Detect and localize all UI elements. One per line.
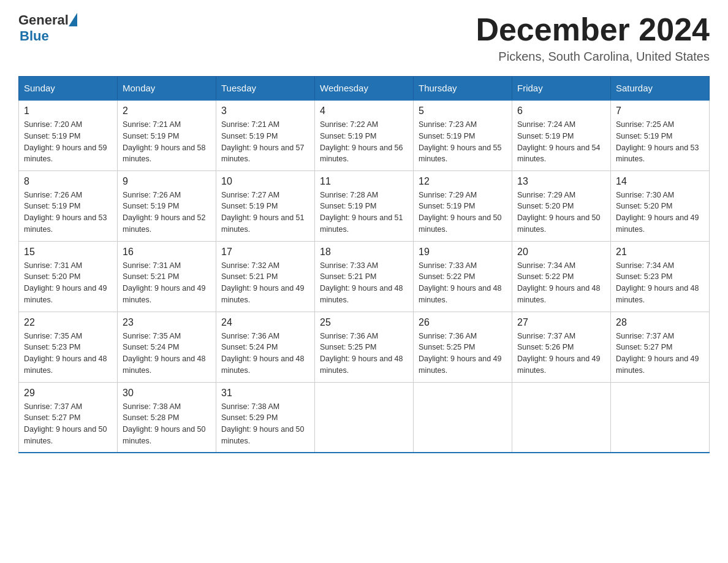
- day-number: 3: [221, 105, 309, 117]
- calendar-cell: 5 Sunrise: 7:23 AM Sunset: 5:19 PM Dayli…: [414, 100, 512, 170]
- day-info: Sunrise: 7:30 AM Sunset: 5:20 PM Dayligh…: [616, 190, 704, 236]
- day-info: Sunrise: 7:24 AM Sunset: 5:19 PM Dayligh…: [517, 119, 605, 165]
- day-info: Sunrise: 7:21 AM Sunset: 5:19 PM Dayligh…: [221, 119, 309, 165]
- calendar-cell: 31 Sunrise: 7:38 AM Sunset: 5:29 PM Dayl…: [216, 382, 315, 453]
- weekday-header-wednesday: Wednesday: [315, 77, 414, 101]
- calendar-cell: 11 Sunrise: 7:28 AM Sunset: 5:19 PM Dayl…: [315, 170, 414, 241]
- day-info: Sunrise: 7:29 AM Sunset: 5:20 PM Dayligh…: [517, 190, 605, 236]
- day-number: 19: [419, 247, 507, 258]
- day-info: Sunrise: 7:36 AM Sunset: 5:25 PM Dayligh…: [320, 331, 408, 377]
- calendar-cell: 20 Sunrise: 7:34 AM Sunset: 5:22 PM Dayl…: [512, 241, 611, 312]
- day-info: Sunrise: 7:33 AM Sunset: 5:22 PM Dayligh…: [419, 260, 507, 306]
- day-info: Sunrise: 7:20 AM Sunset: 5:19 PM Dayligh…: [24, 119, 112, 165]
- calendar-cell: 2 Sunrise: 7:21 AM Sunset: 5:19 PM Dayli…: [118, 100, 216, 170]
- calendar-cell: 23 Sunrise: 7:35 AM Sunset: 5:24 PM Dayl…: [118, 312, 216, 382]
- calendar-cell: 4 Sunrise: 7:22 AM Sunset: 5:19 PM Dayli…: [315, 100, 414, 170]
- calendar-cell: 19 Sunrise: 7:33 AM Sunset: 5:22 PM Dayl…: [414, 241, 512, 312]
- day-number: 1: [24, 105, 112, 117]
- calendar-week-row: 1 Sunrise: 7:20 AM Sunset: 5:19 PM Dayli…: [19, 100, 710, 170]
- calendar-week-row: 8 Sunrise: 7:26 AM Sunset: 5:19 PM Dayli…: [19, 170, 710, 241]
- calendar-cell: 6 Sunrise: 7:24 AM Sunset: 5:19 PM Dayli…: [512, 100, 611, 170]
- day-number: 30: [123, 388, 211, 399]
- day-number: 20: [517, 247, 605, 258]
- weekday-header-sunday: Sunday: [19, 77, 118, 101]
- day-info: Sunrise: 7:31 AM Sunset: 5:21 PM Dayligh…: [123, 260, 211, 306]
- calendar-cell: 12 Sunrise: 7:29 AM Sunset: 5:19 PM Dayl…: [414, 170, 512, 241]
- day-number: 8: [24, 176, 112, 187]
- weekday-header-monday: Monday: [118, 77, 216, 101]
- calendar-cell: 18 Sunrise: 7:33 AM Sunset: 5:21 PM Dayl…: [315, 241, 414, 312]
- calendar-cell: 10 Sunrise: 7:27 AM Sunset: 5:19 PM Dayl…: [216, 170, 315, 241]
- day-info: Sunrise: 7:34 AM Sunset: 5:23 PM Dayligh…: [616, 260, 704, 306]
- logo-triangle-icon: [69, 13, 77, 26]
- day-info: Sunrise: 7:36 AM Sunset: 5:25 PM Dayligh…: [419, 331, 507, 377]
- day-info: Sunrise: 7:21 AM Sunset: 5:19 PM Dayligh…: [123, 119, 211, 165]
- day-info: Sunrise: 7:29 AM Sunset: 5:19 PM Dayligh…: [419, 190, 507, 236]
- logo: General Blue: [18, 12, 77, 44]
- weekday-header-tuesday: Tuesday: [216, 77, 315, 101]
- day-info: Sunrise: 7:34 AM Sunset: 5:22 PM Dayligh…: [517, 260, 605, 306]
- day-number: 25: [320, 317, 408, 328]
- calendar-cell: 3 Sunrise: 7:21 AM Sunset: 5:19 PM Dayli…: [216, 100, 315, 170]
- calendar-cell: 28 Sunrise: 7:37 AM Sunset: 5:27 PM Dayl…: [611, 312, 710, 382]
- location-subtitle: Pickens, South Carolina, United States: [476, 50, 710, 64]
- day-info: Sunrise: 7:26 AM Sunset: 5:19 PM Dayligh…: [123, 190, 211, 236]
- day-info: Sunrise: 7:38 AM Sunset: 5:28 PM Dayligh…: [123, 401, 211, 447]
- day-number: 11: [320, 176, 408, 187]
- calendar-cell: 16 Sunrise: 7:31 AM Sunset: 5:21 PM Dayl…: [118, 241, 216, 312]
- calendar-week-row: 22 Sunrise: 7:35 AM Sunset: 5:23 PM Dayl…: [19, 312, 710, 382]
- calendar-cell: 29 Sunrise: 7:37 AM Sunset: 5:27 PM Dayl…: [19, 382, 118, 453]
- weekday-header-row: SundayMondayTuesdayWednesdayThursdayFrid…: [19, 77, 710, 101]
- day-info: Sunrise: 7:23 AM Sunset: 5:19 PM Dayligh…: [419, 119, 507, 165]
- calendar-cell: 21 Sunrise: 7:34 AM Sunset: 5:23 PM Dayl…: [611, 241, 710, 312]
- calendar-cell: 30 Sunrise: 7:38 AM Sunset: 5:28 PM Dayl…: [118, 382, 216, 453]
- day-number: 29: [24, 388, 112, 399]
- logo-blue-text: Blue: [20, 28, 49, 44]
- day-info: Sunrise: 7:32 AM Sunset: 5:21 PM Dayligh…: [221, 260, 309, 306]
- day-number: 9: [123, 176, 211, 187]
- calendar-cell: [315, 382, 414, 453]
- calendar-cell: 26 Sunrise: 7:36 AM Sunset: 5:25 PM Dayl…: [414, 312, 512, 382]
- day-number: 16: [123, 247, 211, 258]
- day-info: Sunrise: 7:28 AM Sunset: 5:19 PM Dayligh…: [320, 190, 408, 236]
- weekday-header-friday: Friday: [512, 77, 611, 101]
- month-title: December 2024: [476, 12, 710, 47]
- day-info: Sunrise: 7:37 AM Sunset: 5:26 PM Dayligh…: [517, 331, 605, 377]
- weekday-header-saturday: Saturday: [611, 77, 710, 101]
- weekday-header-thursday: Thursday: [414, 77, 512, 101]
- logo-general-text: General: [18, 12, 69, 28]
- day-number: 5: [419, 105, 507, 117]
- calendar-cell: 1 Sunrise: 7:20 AM Sunset: 5:19 PM Dayli…: [19, 100, 118, 170]
- calendar-cell: 22 Sunrise: 7:35 AM Sunset: 5:23 PM Dayl…: [19, 312, 118, 382]
- day-info: Sunrise: 7:37 AM Sunset: 5:27 PM Dayligh…: [24, 401, 112, 447]
- day-number: 15: [24, 247, 112, 258]
- day-number: 13: [517, 176, 605, 187]
- day-info: Sunrise: 7:35 AM Sunset: 5:24 PM Dayligh…: [123, 331, 211, 377]
- day-info: Sunrise: 7:38 AM Sunset: 5:29 PM Dayligh…: [221, 401, 309, 447]
- day-number: 31: [221, 388, 309, 399]
- calendar-cell: 27 Sunrise: 7:37 AM Sunset: 5:26 PM Dayl…: [512, 312, 611, 382]
- calendar-cell: [512, 382, 611, 453]
- calendar-cell: 25 Sunrise: 7:36 AM Sunset: 5:25 PM Dayl…: [315, 312, 414, 382]
- day-info: Sunrise: 7:37 AM Sunset: 5:27 PM Dayligh…: [616, 331, 704, 377]
- calendar-cell: 14 Sunrise: 7:30 AM Sunset: 5:20 PM Dayl…: [611, 170, 710, 241]
- day-number: 10: [221, 176, 309, 187]
- calendar-week-row: 15 Sunrise: 7:31 AM Sunset: 5:20 PM Dayl…: [19, 241, 710, 312]
- day-number: 28: [616, 317, 704, 328]
- day-info: Sunrise: 7:22 AM Sunset: 5:19 PM Dayligh…: [320, 119, 408, 165]
- day-number: 18: [320, 247, 408, 258]
- day-number: 27: [517, 317, 605, 328]
- calendar-table: SundayMondayTuesdayWednesdayThursdayFrid…: [18, 76, 710, 453]
- day-number: 22: [24, 317, 112, 328]
- day-number: 14: [616, 176, 704, 187]
- title-area: December 2024 Pickens, South Carolina, U…: [476, 12, 710, 64]
- day-number: 21: [616, 247, 704, 258]
- calendar-cell: 13 Sunrise: 7:29 AM Sunset: 5:20 PM Dayl…: [512, 170, 611, 241]
- calendar-cell: 24 Sunrise: 7:36 AM Sunset: 5:24 PM Dayl…: [216, 312, 315, 382]
- calendar-cell: [611, 382, 710, 453]
- day-number: 12: [419, 176, 507, 187]
- day-number: 4: [320, 105, 408, 117]
- calendar-week-row: 29 Sunrise: 7:37 AM Sunset: 5:27 PM Dayl…: [19, 382, 710, 453]
- day-number: 2: [123, 105, 211, 117]
- calendar-cell: 9 Sunrise: 7:26 AM Sunset: 5:19 PM Dayli…: [118, 170, 216, 241]
